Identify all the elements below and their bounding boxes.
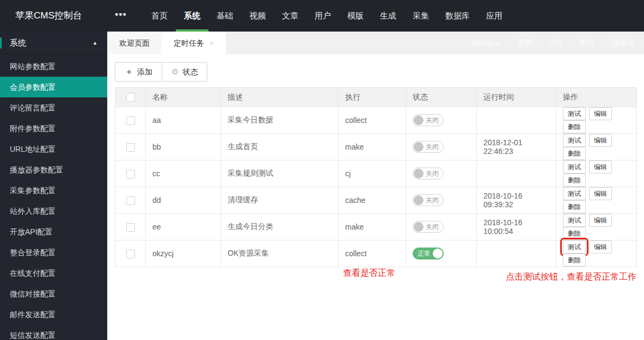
row-checkbox[interactable] xyxy=(126,143,135,152)
user-link[interactable]: 论坛 xyxy=(548,38,563,48)
tabs: 欢迎页面定时任务× xyxy=(107,32,226,54)
plus-icon: ＋ xyxy=(125,67,133,76)
cell-exec: cache xyxy=(339,187,406,214)
toggle-knob-icon xyxy=(414,195,424,205)
add-button[interactable]: ＋添加 xyxy=(115,62,162,82)
sidebar-item[interactable]: 附件参数配置 xyxy=(0,118,107,139)
edit-button[interactable]: 编辑 xyxy=(589,187,612,200)
test-button[interactable]: 测试 xyxy=(563,134,586,147)
tab-close-icon[interactable]: × xyxy=(210,39,214,47)
tab-item[interactable]: 欢迎页面 xyxy=(107,32,162,54)
user-link[interactable]: 前台 xyxy=(580,38,595,48)
delete-button[interactable]: 删除 xyxy=(563,254,586,267)
delete-button[interactable]: 删除 xyxy=(563,174,586,187)
column-header-status: 状态 xyxy=(406,88,477,107)
status-toggle[interactable]: 关闭 xyxy=(413,141,444,153)
sidebar-item[interactable]: 邮件发送配置 xyxy=(0,304,107,325)
topbar-nav-item[interactable]: 系统 xyxy=(176,0,208,32)
cell-name: dd xyxy=(146,187,221,214)
delete-button[interactable]: 删除 xyxy=(563,147,586,160)
row-checkbox[interactable] xyxy=(126,196,135,205)
status-toggle[interactable]: 关闭 xyxy=(413,168,444,180)
select-all-checkbox[interactable] xyxy=(126,93,135,102)
toggle-knob-icon xyxy=(433,249,443,258)
table-header-row: 名称 描述 执行 状态 运行时间 操作 xyxy=(115,88,637,107)
topbar-nav-item[interactable]: 数据库 xyxy=(437,0,478,32)
edit-button[interactable]: 编辑 xyxy=(589,134,612,147)
status-toggle[interactable]: 关闭 xyxy=(413,221,444,233)
status-toggle-label: 关闭 xyxy=(426,169,439,178)
column-header-actions: 操作 xyxy=(556,88,637,107)
topbar-nav-item[interactable]: 应用 xyxy=(478,0,511,32)
sidebar: 系统 ▲ 网站参数配置会员参数配置评论留言配置附件参数配置URL地址配置播放器参… xyxy=(0,32,107,340)
test-button[interactable]: 测试 xyxy=(563,240,586,254)
table-row: aa采集今日数据collect关闭测试编辑删除 xyxy=(115,107,637,134)
user-link[interactable]: 清缓存 xyxy=(611,38,634,48)
sidebar-item[interactable]: 站外入库配置 xyxy=(0,201,107,221)
status-toggle[interactable]: 正常 xyxy=(413,248,444,259)
cell-exec: make xyxy=(339,214,406,240)
tab-active[interactable]: 定时任务× xyxy=(162,32,226,54)
cell-status: 正常 xyxy=(406,240,477,267)
row-checkbox[interactable] xyxy=(126,170,135,178)
sidebar-item[interactable]: 评论留言配置 xyxy=(0,97,107,118)
cell-runtime: 2018-12-01 22:46:23 xyxy=(477,134,556,160)
sidebar-item[interactable]: 开放API配置 xyxy=(0,221,107,242)
status-toggle[interactable]: 关闭 xyxy=(413,114,444,126)
collapse-menu-icon[interactable]: ••• xyxy=(107,0,134,32)
edit-button[interactable]: 编辑 xyxy=(589,240,612,254)
topbar-nav-item[interactable]: 模版 xyxy=(339,0,372,32)
cell-exec: collect xyxy=(339,107,406,134)
delete-button[interactable]: 删除 xyxy=(563,120,586,133)
sidebar-item[interactable]: 在线支付配置 xyxy=(0,263,107,283)
sidebar-item[interactable]: 播放器参数配置 xyxy=(0,159,107,180)
test-button[interactable]: 测试 xyxy=(563,107,586,120)
sidebar-item[interactable]: 会员参数配置 xyxy=(0,77,107,97)
topbar-nav-item[interactable]: 基础 xyxy=(208,0,241,32)
main-area: 欢迎页面定时任务× admin▼官网论坛前台清缓存 ＋添加 ⚙状态 名称 描述 xyxy=(107,32,644,340)
edit-button[interactable]: 编辑 xyxy=(589,107,612,120)
row-checkbox[interactable] xyxy=(126,223,135,232)
sidebar-item[interactable]: 微信对接配置 xyxy=(0,283,107,304)
user-link[interactable]: 官网 xyxy=(517,38,532,48)
topbar-nav-item[interactable]: 文章 xyxy=(274,0,306,32)
cell-actions: 测试编辑删除 xyxy=(556,107,637,134)
topbar-nav-item[interactable]: 生成 xyxy=(372,0,404,32)
topbar-nav-item[interactable]: 首页 xyxy=(143,0,176,32)
status-toggle-label: 关闭 xyxy=(426,196,439,205)
cell-name: aa xyxy=(146,107,221,134)
sidebar-group-system[interactable]: 系统 ▲ xyxy=(0,32,107,54)
row-checkbox[interactable] xyxy=(126,250,135,258)
test-button[interactable]: 测试 xyxy=(563,160,586,174)
user-dropdown[interactable]: admin▼ xyxy=(472,39,500,47)
sidebar-item[interactable]: 整合登录配置 xyxy=(0,242,107,263)
topbar: 苹果CMS控制台 ••• 首页系统基础视频文章用户模版生成采集数据库应用 xyxy=(0,0,644,32)
edit-button[interactable]: 编辑 xyxy=(589,214,612,227)
cell-status: 关闭 xyxy=(406,160,477,187)
cell-actions: 测试编辑删除 xyxy=(556,214,637,240)
tab-bar: 欢迎页面定时任务× admin▼官网论坛前台清缓存 xyxy=(107,32,644,54)
cell-actions: 测试编辑删除 xyxy=(556,187,637,214)
sidebar-item[interactable]: 网站参数配置 xyxy=(0,56,107,77)
sidebar-item[interactable]: 采集参数配置 xyxy=(0,180,107,201)
edit-button[interactable]: 编辑 xyxy=(589,160,612,174)
status-button[interactable]: ⚙状态 xyxy=(162,62,207,82)
table-body: aa采集今日数据collect关闭测试编辑删除bb生成首页make关闭2018-… xyxy=(115,107,637,267)
cell-desc: 生成今日分类 xyxy=(221,214,339,240)
sidebar-item[interactable]: 短信发送配置 xyxy=(0,325,107,340)
test-button[interactable]: 测试 xyxy=(563,187,586,200)
row-checkbox[interactable] xyxy=(126,116,135,125)
test-button[interactable]: 测试 xyxy=(563,214,586,227)
cell-status: 关闭 xyxy=(406,134,477,160)
status-toggle[interactable]: 关闭 xyxy=(413,194,444,206)
cell-runtime xyxy=(477,107,556,134)
sidebar-item[interactable]: URL地址配置 xyxy=(0,139,107,159)
topbar-nav-item[interactable]: 采集 xyxy=(404,0,437,32)
cell-name: okzycj xyxy=(146,240,221,267)
topbar-nav-item[interactable]: 视频 xyxy=(241,0,274,32)
delete-button[interactable]: 删除 xyxy=(563,227,586,240)
topbar-nav-item[interactable]: 用户 xyxy=(306,0,339,32)
delete-button[interactable]: 删除 xyxy=(563,200,586,213)
tab-label: 欢迎页面 xyxy=(119,39,150,47)
cell-runtime xyxy=(477,160,556,187)
